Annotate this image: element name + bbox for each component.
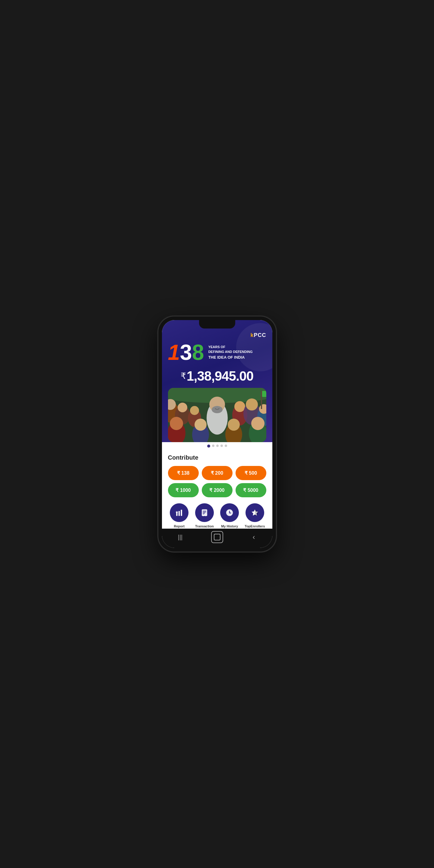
- menu-nav-button[interactable]: |||: [174, 531, 186, 543]
- phone-frame: kPCC 138 YEARS OF DEFINING AND DEFENDING…: [158, 316, 276, 552]
- receipt-icon: [201, 509, 208, 517]
- menu-item-topenrollers[interactable]: TopEnrollers: [243, 503, 266, 528]
- num-1: 1: [168, 341, 180, 363]
- amount-btn-500[interactable]: ₹ 500: [236, 466, 266, 480]
- menu-item-report[interactable]: Report: [168, 503, 191, 528]
- home-nav-button[interactable]: [211, 531, 223, 543]
- kpcc-logo: kPCC: [250, 332, 266, 338]
- transaction-icon-circle: [195, 503, 214, 522]
- svg-point-7: [190, 406, 199, 415]
- star-icon: [251, 509, 259, 517]
- back-nav-button[interactable]: ‹: [248, 531, 260, 543]
- svg-rect-28: [178, 511, 180, 516]
- menu-item-history[interactable]: My History: [219, 503, 241, 528]
- menu-item-transaction[interactable]: Transaction: [193, 503, 216, 528]
- header-top: kPCC: [168, 332, 266, 338]
- contribute-title: Contribute: [168, 454, 266, 461]
- logo-c2: C: [262, 332, 266, 338]
- back-arrow-icon: ‹: [253, 533, 255, 541]
- amount-btn-2000[interactable]: ₹ 2000: [202, 483, 233, 497]
- svg-rect-25: [261, 391, 262, 409]
- dot-4[interactable]: [221, 444, 223, 447]
- svg-point-14: [246, 398, 258, 410]
- header-section: kPCC 138 YEARS OF DEFINING AND DEFENDING…: [162, 320, 272, 442]
- history-icon-circle: [220, 503, 239, 522]
- dot-5[interactable]: [225, 444, 227, 447]
- menu-lines-icon: |||: [178, 534, 183, 541]
- screen-content: kPCC 138 YEARS OF DEFINING AND DEFENDING…: [162, 320, 272, 529]
- amount-buttons: ₹ 138 ₹ 200 ₹ 500 ₹ 1000 ₹ 2000 ₹ 5000: [168, 466, 266, 497]
- amount-row-1: ₹ 138 ₹ 200 ₹ 500: [168, 466, 266, 480]
- dot-3[interactable]: [216, 444, 219, 447]
- history-icon: [226, 509, 233, 517]
- logo-k: k: [250, 332, 254, 338]
- years-row: 138 YEARS OF DEFINING AND DEFENDING THE …: [168, 341, 266, 363]
- amount-btn-5000[interactable]: ₹ 5000: [236, 483, 266, 497]
- amount-value: 1,38,945.00: [187, 369, 253, 383]
- svg-point-18: [170, 417, 183, 430]
- svg-point-12: [234, 401, 245, 412]
- bottom-nav: ||| ‹: [162, 529, 272, 548]
- svg-point-5: [178, 403, 187, 412]
- transaction-label: Transaction: [195, 524, 214, 528]
- report-icon-circle: [170, 503, 189, 522]
- svg-rect-27: [176, 513, 178, 516]
- svg-rect-31: [176, 512, 178, 513]
- num-8: 8: [192, 341, 204, 363]
- years-text: YEARS OF DEFINING AND DEFENDING THE IDEA…: [208, 344, 253, 361]
- history-label: My History: [221, 524, 238, 528]
- white-section: Contribute ₹ 138 ₹ 200 ₹ 500 ₹ 1000 ₹ 20…: [162, 450, 272, 529]
- amount-btn-200[interactable]: ₹ 200: [202, 466, 233, 480]
- svg-rect-26: [262, 391, 266, 397]
- svg-point-24: [251, 417, 264, 430]
- bar-chart-icon: [175, 509, 183, 517]
- logo-p: P: [254, 332, 258, 338]
- menu-grid: Report: [168, 503, 266, 529]
- amount-row-2: ₹ 1000 ₹ 2000 ₹ 5000: [168, 483, 266, 497]
- logo-c1: C: [258, 332, 262, 338]
- amount-btn-1000[interactable]: ₹ 1000: [168, 483, 199, 497]
- rupee-symbol: ₹: [181, 371, 186, 381]
- notch: [199, 320, 235, 329]
- years-line1: YEARS OF: [208, 344, 253, 350]
- dot-2[interactable]: [212, 444, 214, 447]
- report-label: Report: [174, 524, 184, 528]
- slide-dots: [162, 442, 272, 450]
- num-3: 3: [180, 341, 192, 363]
- hero-image: [168, 388, 266, 442]
- years-line3: THE IDEA OF INDIA: [208, 354, 253, 361]
- crowd-svg: [168, 388, 266, 442]
- svg-point-22: [228, 418, 240, 431]
- home-square-icon: [214, 534, 221, 540]
- amount-display: ₹1,38,945.00: [168, 366, 266, 388]
- topenrollers-icon-circle: [245, 503, 264, 522]
- years-number: 138: [168, 341, 204, 363]
- amount-btn-138[interactable]: ₹ 138: [168, 466, 199, 480]
- dot-1[interactable]: [207, 444, 210, 447]
- svg-point-20: [195, 418, 207, 431]
- phone-screen: kPCC 138 YEARS OF DEFINING AND DEFENDING…: [162, 320, 272, 548]
- svg-rect-29: [181, 510, 182, 516]
- years-line2: DEFINING AND DEFENDING: [208, 349, 253, 354]
- topenrollers-label: TopEnrollers: [244, 524, 265, 528]
